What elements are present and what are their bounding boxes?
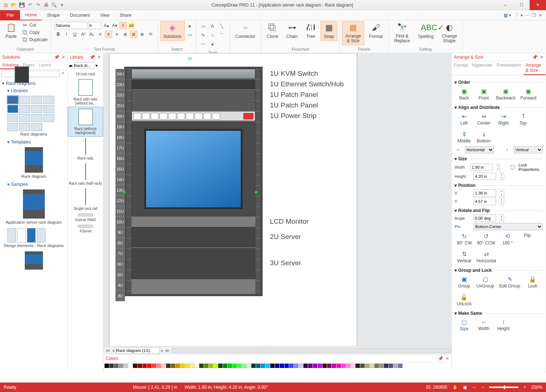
spline-tool-icon[interactable]: 〰 [200, 41, 207, 48]
color-swatch[interactable] [308, 364, 313, 368]
device-lcd[interactable] [131, 122, 255, 216]
qat-open-icon[interactable]: 📂 [11, 2, 17, 8]
lib-thumb[interactable] [19, 114, 30, 122]
color-swatch[interactable] [289, 364, 294, 368]
close-panel-icon[interactable]: ✕ [540, 55, 543, 60]
sample-thumb[interactable] [37, 228, 46, 243]
color-swatch[interactable] [133, 364, 137, 368]
color-swatch[interactable] [161, 364, 166, 368]
pin-icon[interactable]: 📌 [90, 55, 95, 60]
lib-thumb[interactable] [31, 105, 42, 113]
color-swatch[interactable] [261, 364, 265, 368]
color-swatch[interactable] [195, 364, 199, 368]
same-height[interactable]: ↕Height [496, 319, 511, 332]
vbottom-button[interactable]: ≣ [138, 31, 146, 38]
device-kvm[interactable] [131, 69, 255, 79]
rotate-handle-icon[interactable]: ⟳ [188, 56, 192, 62]
tree-templates[interactable]: ▾ Templates [2, 138, 65, 146]
dist-h-select[interactable]: Horizontal [465, 146, 494, 153]
lib-thumb[interactable] [31, 114, 42, 122]
device-power-strip[interactable] [131, 111, 255, 121]
zoom-slider[interactable] [489, 387, 518, 388]
inc-font-icon[interactable]: A▴ [103, 22, 110, 29]
align-right-button[interactable]: ≡ [113, 31, 121, 38]
template-thumb[interactable] [25, 147, 43, 173]
ungroup-btn[interactable]: ▢UnGroup [476, 276, 494, 289]
sample-thumb-3[interactable] [25, 251, 43, 270]
flip-v[interactable]: ⇅Vertical [457, 251, 471, 263]
lib-thumb[interactable] [7, 105, 18, 113]
sample-thumb-1[interactable] [23, 189, 45, 219]
width-spinner[interactable]: ▴▾ [496, 164, 500, 171]
width-input[interactable] [470, 164, 493, 171]
color-swatch[interactable] [303, 364, 308, 368]
align-center[interactable]: ⇔Center [476, 113, 491, 126]
align-middle[interactable]: ⇕Middle [457, 131, 471, 144]
device-patch-1[interactable] [131, 90, 255, 100]
color-swatch[interactable] [270, 364, 275, 368]
sel-handle-left[interactable] [123, 191, 126, 194]
color-swatch[interactable] [119, 364, 123, 368]
color-swatch[interactable] [327, 364, 331, 368]
page-prev-icon[interactable]: ◂ [112, 348, 114, 353]
color-swatch[interactable] [351, 364, 355, 368]
lib-thumb[interactable] [43, 105, 54, 113]
qat-new-icon[interactable]: ▥ [3, 2, 9, 8]
color-swatch[interactable] [294, 364, 298, 368]
lib-thumb[interactable] [31, 96, 42, 104]
color-swatch[interactable] [275, 364, 279, 368]
copy-button[interactable]: ⿻Copy [21, 29, 48, 36]
color-swatch[interactable] [374, 364, 379, 368]
win-x-icon[interactable]: ✕ [539, 13, 542, 18]
same-width[interactable]: ↔Width [476, 319, 491, 332]
height-spinner[interactable]: ▴▾ [499, 173, 504, 180]
color-swatch[interactable] [114, 364, 118, 368]
lib-next-icon[interactable]: ▸ [71, 63, 73, 68]
color-swatch[interactable] [313, 364, 317, 368]
help-grid-icon[interactable]: ▦ ▾ [504, 13, 511, 18]
win-restore-icon[interactable]: ❐ [532, 13, 536, 18]
color-swatch[interactable] [251, 364, 256, 368]
tree-samples[interactable]: ▾ Samples [2, 181, 65, 188]
color-swatch[interactable] [237, 364, 241, 368]
section-order[interactable]: ▾ Order [455, 80, 543, 85]
order-front[interactable]: ▣Front [476, 88, 491, 101]
spelling-button[interactable]: ABC✓Spelling [415, 21, 437, 41]
qat-print-icon[interactable]: 🖶 [43, 2, 49, 8]
color-swatch[interactable] [204, 364, 208, 368]
horizontal-scrollbar[interactable] [172, 348, 451, 353]
color-swatch[interactable] [123, 364, 128, 368]
align-top[interactable]: ⤒Top [516, 113, 530, 126]
device-patch-2[interactable] [131, 101, 255, 110]
flip-h[interactable]: ⇄Horizontal [476, 251, 496, 263]
color-swatch[interactable] [242, 364, 246, 368]
tab-home[interactable]: Home [20, 10, 42, 20]
close-panel-icon[interactable]: ✕ [62, 55, 65, 60]
more-tool-icon[interactable]: ▾ [209, 41, 216, 48]
close-button[interactable]: ✕ [530, 0, 546, 10]
dec-font-icon[interactable]: A▾ [111, 22, 118, 29]
rp-tab-presentation[interactable]: Presentation [494, 61, 523, 75]
edit-group-btn[interactable]: ✎Edit Group [499, 276, 520, 289]
height-input[interactable] [474, 173, 496, 180]
lib-thumb[interactable] [19, 123, 30, 131]
color-swatch[interactable] [128, 364, 133, 368]
angle-spinner[interactable]: ▴▾ [499, 215, 504, 222]
device-server-2u[interactable] [131, 227, 255, 247]
section-rotate[interactable]: ▾ Rotate and Flip [455, 208, 543, 213]
group-btn[interactable]: ▣Group [457, 276, 471, 289]
color-swatch[interactable] [199, 364, 204, 368]
rotate-ccw[interactable]: ↺90° CCW [477, 233, 495, 246]
snap-button[interactable]: ▦Snap [321, 21, 337, 41]
color-swatch[interactable] [393, 364, 398, 368]
win-min-icon[interactable]: ─ [526, 13, 529, 18]
underline-button[interactable]: U [71, 31, 79, 38]
help-icon[interactable]: ❔ ▾ [514, 13, 523, 18]
order-back[interactable]: ▣Back [457, 88, 471, 101]
zoom-in-icon[interactable]: + [523, 385, 526, 390]
font-select[interactable] [55, 22, 87, 29]
color-swatch[interactable] [223, 364, 227, 368]
color-swatch[interactable] [398, 364, 402, 368]
file-menu[interactable]: File [0, 10, 20, 20]
cut-button[interactable]: ✂Cut [21, 22, 48, 28]
